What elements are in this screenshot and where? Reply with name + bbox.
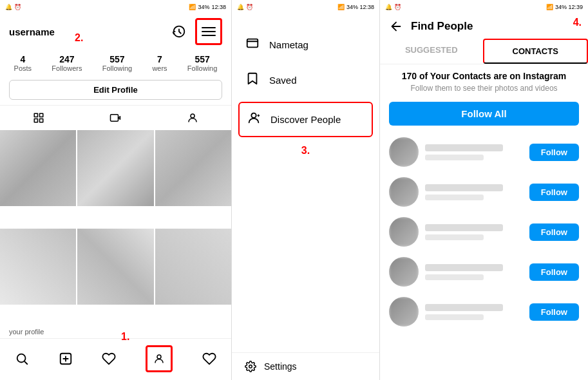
step-3-label: 3. bbox=[232, 141, 379, 160]
find-status-bar: 🔔 ⏰ 📶 34% 12:39 bbox=[380, 0, 588, 14]
tab-contacts[interactable]: CONTACTS bbox=[483, 39, 589, 64]
nametag-label: Nametag bbox=[269, 39, 308, 50]
following-count: 557 bbox=[109, 54, 124, 64]
follow-button-2[interactable]: Follow bbox=[529, 184, 579, 201]
grid-cell-5[interactable] bbox=[77, 229, 153, 305]
suggested-tab-label: SUGGESTED bbox=[405, 45, 458, 55]
profile-tabs bbox=[0, 105, 231, 128]
discover-icon bbox=[246, 111, 261, 128]
follow-button-5[interactable]: Follow bbox=[529, 303, 579, 321]
stats-row: 4 Posts 247 Followers 557 Following 7 we… bbox=[0, 49, 231, 75]
grid-cell-6[interactable] bbox=[155, 229, 231, 305]
profile-nav-button[interactable] bbox=[146, 345, 173, 372]
contact-name-bar-4 bbox=[425, 264, 503, 271]
stat-following2: 557 Following bbox=[187, 54, 217, 72]
hamburger-button[interactable] bbox=[195, 18, 222, 45]
bottom-nav: 1. bbox=[0, 338, 231, 380]
find-status-left: 🔔 ⏰ bbox=[385, 4, 401, 10]
contact-sub-bar-3 bbox=[425, 234, 484, 240]
profile-nav-icon bbox=[153, 353, 165, 365]
heart-nav-icon[interactable] bbox=[102, 352, 116, 366]
contact-row-2: Follow bbox=[380, 172, 588, 212]
svg-point-8 bbox=[157, 355, 161, 359]
contacts-tab-label: CONTACTS bbox=[513, 46, 558, 56]
contact-sub-bar-5 bbox=[425, 314, 484, 320]
add-nav-icon[interactable] bbox=[59, 352, 73, 366]
grid-icon[interactable] bbox=[33, 112, 44, 124]
follow-button-4[interactable]: Follow bbox=[529, 263, 579, 281]
notification-icons: 🔔 ⏰ bbox=[5, 4, 21, 10]
back-arrow-icon[interactable] bbox=[389, 19, 403, 33]
search-nav-icon[interactable] bbox=[15, 352, 29, 366]
grid-cell-1[interactable] bbox=[0, 130, 76, 206]
svg-point-10 bbox=[251, 113, 256, 118]
posts-label: Posts bbox=[14, 64, 32, 72]
battery-label: 34% bbox=[198, 4, 209, 10]
following-label: Following bbox=[102, 64, 132, 72]
settings-icon bbox=[245, 361, 256, 372]
menu-status-right: 📶 34% 12:38 bbox=[337, 4, 374, 10]
menu-item-saved[interactable]: Saved bbox=[232, 62, 379, 98]
follow-all-button[interactable]: Follow All bbox=[389, 102, 579, 126]
contact-avatar-4 bbox=[389, 257, 419, 287]
tagged-icon[interactable] bbox=[187, 112, 198, 124]
contacts-count-text: 170 of Your Contacts are on Instagram bbox=[380, 64, 588, 82]
menu-items-list: Nametag Saved Discover People 3. bbox=[232, 14, 379, 352]
discover-label: Discover People bbox=[270, 114, 341, 125]
contact-row-1: Follow bbox=[380, 132, 588, 172]
menu-item-discover[interactable]: Discover People bbox=[238, 102, 373, 137]
svg-rect-9 bbox=[247, 39, 258, 48]
step-2-label: 2. bbox=[75, 32, 83, 44]
profile-username: username bbox=[9, 26, 55, 37]
profile-header: 2. username bbox=[0, 14, 231, 49]
svg-point-11 bbox=[249, 365, 252, 368]
svg-rect-0 bbox=[34, 113, 37, 117]
svg-rect-1 bbox=[39, 113, 43, 117]
wers-count: 7 bbox=[157, 54, 162, 64]
stat-followers[interactable]: 247 Followers bbox=[52, 54, 82, 72]
menu-bottom: Settings bbox=[232, 352, 379, 380]
menu-panel: 🔔 ⏰ 📶 34% 12:38 Nametag Saved bbox=[232, 0, 380, 380]
svg-rect-2 bbox=[34, 119, 37, 122]
igtv-icon[interactable] bbox=[109, 112, 121, 124]
find-people-title: Find People bbox=[411, 20, 579, 33]
svg-point-6 bbox=[17, 354, 26, 363]
activity-nav-icon[interactable] bbox=[202, 352, 216, 366]
grid-cell-2[interactable] bbox=[77, 130, 153, 206]
contact-row-3: Follow bbox=[380, 212, 588, 252]
contact-info-1 bbox=[425, 144, 523, 160]
signal-icon: 📶 bbox=[189, 4, 196, 10]
contact-info-4 bbox=[425, 264, 523, 280]
find-people-panel: 🔔 ⏰ 📶 34% 12:39 Find People 4. SUGGESTED… bbox=[380, 0, 588, 380]
contact-name-bar-3 bbox=[425, 224, 503, 231]
contact-info-5 bbox=[425, 304, 523, 320]
nametag-icon bbox=[245, 36, 260, 53]
grid-cell-3[interactable] bbox=[155, 130, 231, 206]
follow-button-3[interactable]: Follow bbox=[529, 223, 579, 241]
svg-rect-4 bbox=[111, 115, 119, 122]
edit-profile-button[interactable]: Edit Profile bbox=[9, 80, 222, 100]
header-icons bbox=[172, 18, 222, 45]
following2-label: Following bbox=[187, 64, 217, 72]
step-1-label: 1. bbox=[121, 331, 129, 343]
find-status-right: 📶 34% 12:39 bbox=[546, 4, 583, 10]
stat-following[interactable]: 557 Following bbox=[102, 54, 132, 72]
posts-grid bbox=[0, 130, 231, 325]
step-4-label: 4. bbox=[573, 17, 582, 28]
contact-sub-bar-4 bbox=[425, 274, 484, 280]
stat-wers: 7 wers bbox=[152, 54, 167, 72]
contact-info-2 bbox=[425, 184, 523, 200]
followers-count: 247 bbox=[59, 54, 74, 64]
contact-row-5: Follow bbox=[380, 292, 588, 332]
svg-rect-3 bbox=[39, 119, 43, 122]
menu-item-nametag[interactable]: Nametag bbox=[232, 27, 379, 62]
settings-menu-item[interactable]: Settings bbox=[245, 361, 366, 372]
follow-button-1[interactable]: Follow bbox=[529, 144, 579, 161]
grid-cell-4[interactable] bbox=[0, 229, 76, 305]
tab-suggested[interactable]: SUGGESTED bbox=[380, 39, 483, 64]
contact-sub-bar-2 bbox=[425, 195, 484, 200]
contact-info-3 bbox=[425, 224, 523, 240]
history-icon[interactable] bbox=[172, 24, 186, 39]
contact-sub-bar-1 bbox=[425, 155, 484, 160]
followers-label: Followers bbox=[52, 64, 82, 72]
